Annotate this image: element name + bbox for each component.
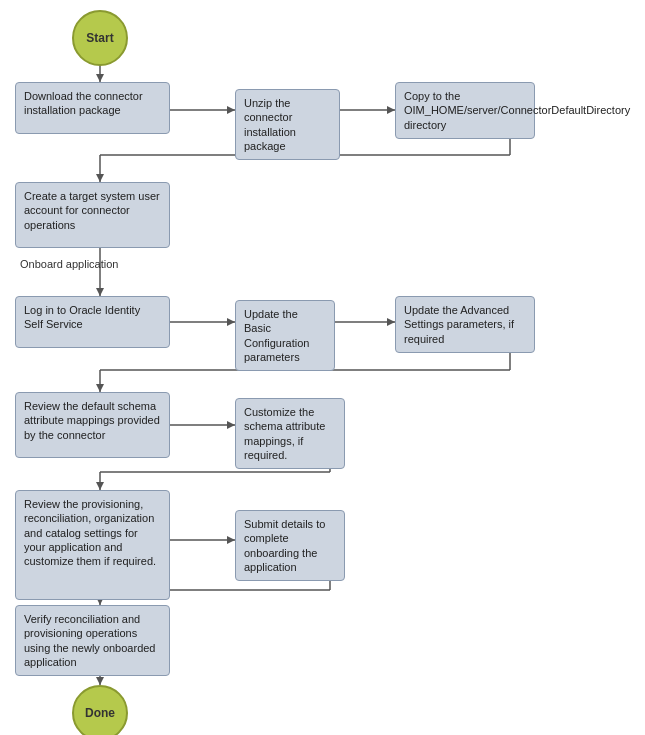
- box-copy: Copy to the OIM_HOME/server/ConnectorDef…: [395, 82, 535, 139]
- svg-marker-1: [96, 74, 104, 82]
- box-verify: Verify reconciliation and provisioning o…: [15, 605, 170, 676]
- svg-marker-15: [387, 318, 395, 326]
- onboard-label: Onboard application: [20, 258, 118, 270]
- start-node: Start: [72, 10, 128, 66]
- box-create-user: Create a target system user account for …: [15, 182, 170, 248]
- svg-marker-27: [227, 536, 235, 544]
- box-download: Download the connector installation pack…: [15, 82, 170, 134]
- svg-marker-3: [227, 106, 235, 114]
- svg-marker-21: [227, 421, 235, 429]
- box-advanced-settings: Update the Advanced Settings parameters,…: [395, 296, 535, 353]
- box-unzip: Unzip the connector installation package: [235, 89, 340, 160]
- box-login: Log in to Oracle Identity Self Service: [15, 296, 170, 348]
- svg-marker-13: [227, 318, 235, 326]
- svg-marker-9: [96, 174, 104, 182]
- svg-marker-25: [96, 482, 104, 490]
- svg-marker-5: [387, 106, 395, 114]
- box-basic-config: Update the Basic Configuration parameter…: [235, 300, 335, 371]
- box-review-provisioning: Review the provisioning, reconciliation,…: [15, 490, 170, 600]
- box-submit: Submit details to complete onboarding th…: [235, 510, 345, 581]
- svg-marker-33: [96, 677, 104, 685]
- done-label: Done: [85, 706, 115, 720]
- done-node: Done: [72, 685, 128, 735]
- box-review-schema: Review the default schema attribute mapp…: [15, 392, 170, 458]
- svg-marker-11: [96, 288, 104, 296]
- svg-marker-19: [96, 384, 104, 392]
- box-customize-schema: Customize the schema attribute mappings,…: [235, 398, 345, 469]
- start-label: Start: [86, 31, 113, 45]
